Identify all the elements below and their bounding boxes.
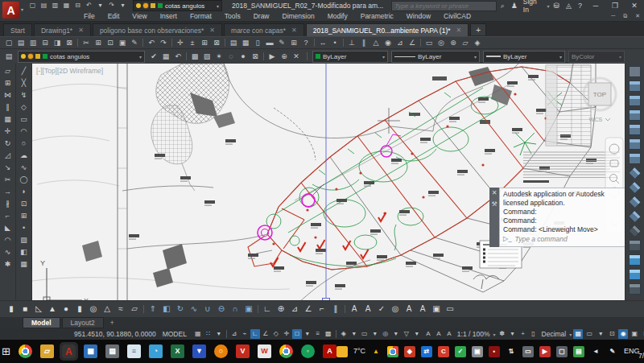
delete-constraint-icon[interactable]: ⊿ <box>394 38 406 48</box>
cycling-dropdown-icon[interactable]: ▾ <box>349 329 359 339</box>
redo-dropdown-icon[interactable]: ▾ <box>118 1 128 10</box>
menu-tools[interactable]: Tools <box>218 12 247 20</box>
left-view-icon[interactable] <box>629 109 641 121</box>
menu-parametric[interactable]: Parametric <box>354 12 400 20</box>
pen-input-icon[interactable]: ✎ <box>607 346 618 357</box>
markup-icon[interactable]: ✎ <box>276 38 287 48</box>
new-layout-button[interactable]: + <box>105 319 119 327</box>
brave-tray-icon[interactable]: ◆ <box>404 346 415 357</box>
new-tab-button[interactable]: + <box>470 23 486 35</box>
menu-file[interactable]: File <box>77 12 101 20</box>
sweep-icon[interactable]: ∿ <box>188 303 200 316</box>
selection-cycling-icon[interactable]: ◈ <box>339 329 349 339</box>
ucs-origin-icon[interactable]: ∥ <box>329 303 342 316</box>
autodesk-app-icon[interactable]: ◬ <box>564 2 574 10</box>
workspace-dropdown-icon[interactable]: ▾ <box>508 329 518 339</box>
table-icon[interactable]: ▦ <box>18 258 31 270</box>
usb-eject-icon[interactable]: ⇅ <box>506 346 517 357</box>
nw-isometric-icon[interactable] <box>628 210 641 223</box>
excel-icon[interactable]: X <box>171 344 184 358</box>
layer-previous-icon[interactable]: ↶ <box>172 52 184 62</box>
properties-icon[interactable]: ▤ <box>228 38 239 48</box>
gradient-icon[interactable]: ◧ <box>18 246 31 258</box>
menu-window[interactable]: Window <box>400 12 437 20</box>
mtext-icon[interactable]: A <box>348 303 361 316</box>
zoom-window-icon[interactable]: ⊞ <box>199 38 210 48</box>
open-icon[interactable]: ▤ <box>39 1 49 10</box>
save-as-icon[interactable]: ▦ <box>61 1 72 10</box>
layer-thaw-sun-icon[interactable] <box>28 54 33 59</box>
annotation-visibility-icon[interactable]: A <box>423 329 433 339</box>
stretch-icon[interactable]: ↘ <box>2 162 14 173</box>
lock-ui-dropdown-icon[interactable]: ▾ <box>596 329 605 339</box>
wps-office-icon[interactable]: W <box>258 344 271 358</box>
import-icon[interactable]: ▣ <box>630 329 639 339</box>
offset-icon[interactable]: ∥ <box>2 101 14 113</box>
auto-constrain-icon[interactable]: ◉ <box>382 38 394 48</box>
wedge-icon[interactable]: ◺ <box>32 303 45 316</box>
tab-close-icon[interactable]: ✕ <box>456 27 462 34</box>
sign-in-chevron-icon[interactable]: ▾ <box>547 3 550 9</box>
tool-palettes-icon[interactable]: ▯ <box>252 38 263 48</box>
copy-icon[interactable]: ⊞ <box>2 77 14 89</box>
file-explorer-icon[interactable]: ▱ <box>40 344 54 358</box>
ellipse-icon[interactable]: ◯ <box>18 174 31 185</box>
presspull-icon[interactable]: ⇑ <box>147 303 159 316</box>
annotation-scale-icon[interactable]: A <box>444 329 454 339</box>
box-icon[interactable]: ■ <box>19 303 31 316</box>
remote-desktop-icon[interactable]: ▢ <box>556 346 568 357</box>
fax-printer-icon[interactable]: ▤ <box>105 344 119 358</box>
chrome2-taskbar-icon[interactable] <box>279 344 293 358</box>
green-docs-icon[interactable]: ▤ <box>573 346 584 357</box>
top-view-icon[interactable] <box>629 80 641 92</box>
ortho-icon[interactable]: ∟ <box>250 329 260 339</box>
planar-surface-icon[interactable]: ▱ <box>128 303 141 316</box>
pyramid-icon[interactable]: △ <box>101 303 114 316</box>
vs-hidden-icon[interactable] <box>629 240 641 251</box>
ellipse-arc-icon[interactable]: ◗ <box>18 186 31 197</box>
sphere-icon[interactable]: ● <box>60 303 72 316</box>
line-icon[interactable]: ╱ <box>18 65 31 76</box>
named-views-icon[interactable] <box>629 66 641 77</box>
viewport-controls-label[interactable]: [-][Top][2D Wireframe] <box>36 67 103 75</box>
chrome-tray-icon[interactable] <box>387 346 398 357</box>
polyline-icon[interactable]: ↯ <box>18 89 31 101</box>
coincident-constraint-icon[interactable]: ⊥ <box>346 38 357 48</box>
group-icon[interactable]: ▱ <box>460 38 471 48</box>
sw-isometric-icon[interactable] <box>628 167 641 179</box>
notepad-icon[interactable]: ≡ <box>127 344 141 358</box>
command-window-grip[interactable]: ✕ ⚒ <box>489 188 499 247</box>
lock-ui-icon[interactable]: ▭ <box>584 329 594 339</box>
annotation-scale-button[interactable]: 1:1 / 100% <box>456 330 492 338</box>
osnap-dropdown-icon[interactable]: ▾ <box>303 329 312 339</box>
acrobat-reader-icon[interactable]: A <box>323 344 336 358</box>
calculator-icon[interactable]: ▦ <box>84 344 97 358</box>
layer-delete-icon[interactable]: ✕ <box>291 52 302 62</box>
search-tool-icon[interactable]: ○ <box>214 344 228 358</box>
vs-conceptual-icon[interactable] <box>629 269 641 280</box>
donut-tool-icon[interactable]: ◎ <box>436 38 447 48</box>
redo-icon[interactable]: ↷ <box>106 1 117 10</box>
polysolid-icon[interactable]: ▮ <box>5 303 18 316</box>
save-icon[interactable]: ▥ <box>50 1 60 10</box>
intersect-icon[interactable]: ∩ <box>229 303 242 316</box>
layer-dropdown[interactable]: cotas angulos ▾ <box>18 51 145 63</box>
filter-dropdown-icon[interactable]: ▾ <box>412 329 422 339</box>
match-layer-icon[interactable]: ▦ <box>160 52 171 62</box>
clean-screen-icon[interactable]: ⊡ <box>641 329 644 339</box>
scale-chevron-icon[interactable]: ▾ <box>493 332 496 337</box>
selection-filter-icon[interactable]: ▽ <box>402 329 411 339</box>
green-key-app-icon[interactable]: ◦ <box>301 344 315 358</box>
angular-constraint-icon[interactable]: ∠ <box>407 38 418 48</box>
tab-drawing1[interactable]: Drawing1* ✕ <box>34 23 91 36</box>
tab-layout2[interactable]: Layout2 <box>62 317 104 328</box>
array-icon[interactable]: ▦ <box>2 113 14 125</box>
quick-properties-icon[interactable]: ▦ <box>573 329 583 339</box>
sheet-set-manager-icon[interactable]: ▬ <box>264 38 275 48</box>
infer-constraints-icon[interactable]: ⊿ <box>229 329 239 339</box>
extrude-icon[interactable]: ◧ <box>160 303 173 316</box>
cone-icon[interactable]: ▲ <box>46 303 59 316</box>
chamfer-icon[interactable]: ◣ <box>2 222 14 233</box>
ucs-world-icon[interactable]: ⊕ <box>275 303 287 316</box>
single-line-text-icon[interactable]: A <box>361 303 374 316</box>
